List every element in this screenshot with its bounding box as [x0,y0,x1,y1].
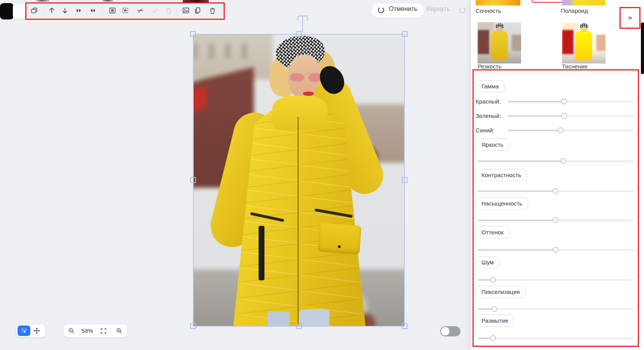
slider-thumb[interactable] [490,277,496,283]
filters-panel: Сочность Полароид Резкость Тиснение Гамм… [471,0,644,350]
slider-thumb[interactable] [553,217,558,223]
gamma-button[interactable]: Гамма [476,80,505,92]
cropped-thumbnail [183,0,209,4]
channel-label-red: Красный: [476,98,501,105]
contrast-button[interactable]: Контрастность [476,169,527,181]
photo-subject [193,34,404,326]
resize-handle-bottom-right[interactable] [402,323,408,329]
noise-slider[interactable] [478,277,634,283]
zoom-level-value: 58% [79,324,95,337]
undo-label[interactable]: Отменить [389,5,417,12]
slider-thumb[interactable] [490,335,496,341]
channel-label-green: Зеленый: [476,113,501,119]
rotate-handle[interactable] [296,14,310,33]
cropped-thumbnail [36,0,49,2]
redo-label[interactable]: Вернуть [426,5,450,12]
brightness-button[interactable]: Яркость [476,139,509,151]
color-swatch-white[interactable] [13,4,25,19]
pixelate-slider[interactable] [478,306,634,312]
filter-label: Полароид [561,7,588,14]
toolbar-separator [177,5,177,16]
toggle-knob[interactable] [441,327,450,336]
gamma-green-slider[interactable] [508,113,634,119]
filter-label: Сочность [476,7,501,14]
filter-thumbnail-polaroid[interactable] [562,0,606,5]
undo-icon[interactable] [376,5,386,15]
slider-thumb[interactable] [553,188,558,194]
brightness-slider[interactable] [478,158,634,164]
zoom-out-button[interactable] [63,324,79,337]
cropped-thumbnail [102,0,113,2]
saturation-slider[interactable] [478,217,634,223]
clear-icon [162,4,175,17]
slider-thumb[interactable] [558,127,564,133]
filter-thumbnail-emboss[interactable] [562,22,606,63]
selection-align-icon[interactable] [119,4,132,17]
move-tool-button[interactable] [30,325,43,336]
cut-icon[interactable]: ✂ [134,4,147,17]
arrow-up-icon[interactable] [45,4,58,17]
resize-handle-bottom-middle[interactable] [296,323,302,329]
zoom-controls: 58% [63,324,127,337]
redo-icon[interactable] [458,5,467,15]
gamma-red-slider[interactable] [508,98,634,104]
canvas-image[interactable] [193,34,404,326]
resize-handle-top-left[interactable] [190,31,196,37]
slider-thumb[interactable] [561,113,567,119]
delete-icon[interactable] [206,4,219,17]
tool-switcher [16,324,46,337]
saturation-button[interactable]: Насыщенность [476,197,528,209]
channel-label-blue: Синий: [476,127,494,134]
filter-label: Резкость [478,63,502,70]
toolbar-separator [102,5,103,16]
slider-thumb[interactable] [560,158,566,164]
sunglasses [290,72,324,84]
bring-forward-icon[interactable] [72,4,86,17]
select-tool-button[interactable] [18,325,30,336]
slider-thumb[interactable] [561,98,567,104]
duplicate-icon[interactable] [28,4,41,17]
contrast-slider[interactable] [478,188,634,194]
filter-thumbnail-sharpness[interactable] [478,22,521,63]
frame-align-icon[interactable] [106,4,119,17]
hue-button[interactable]: Оттенок [476,226,509,238]
resize-handle-middle-left[interactable] [190,177,196,183]
collapse-panel-button[interactable]: » [621,9,639,26]
filter-label: Тиснение [562,63,588,70]
zoom-in-button[interactable] [112,324,127,337]
hue-slider[interactable] [478,247,634,253]
toolbar-separator [44,5,44,16]
slider-thumb[interactable] [492,306,497,312]
color-swatch-black[interactable] [0,3,14,19]
fit-screen-button[interactable] [96,324,111,337]
send-backward-icon[interactable] [86,4,99,17]
apply-check-icon [148,4,161,17]
resize-handle-top-right[interactable] [402,31,408,37]
gamma-blue-slider[interactable] [508,127,634,133]
cropped-button [611,0,641,3]
slider-thumb[interactable] [553,247,558,253]
blur-button[interactable]: Размытие [476,315,514,327]
resize-handle-bottom-left[interactable] [190,323,196,329]
preview-toggle[interactable] [440,326,460,336]
noise-button[interactable]: Шум [476,256,499,268]
pixelate-button[interactable]: Пикселизация [476,286,526,298]
arrow-down-icon[interactable] [58,4,72,17]
panel-scrollbar[interactable] [641,23,644,74]
replace-image-icon[interactable] [179,4,192,17]
blur-slider[interactable] [478,335,634,341]
resize-handle-middle-right[interactable] [402,177,408,183]
filter-thumbnail-juiciness[interactable] [476,0,520,5]
copy-icon[interactable] [191,4,204,17]
